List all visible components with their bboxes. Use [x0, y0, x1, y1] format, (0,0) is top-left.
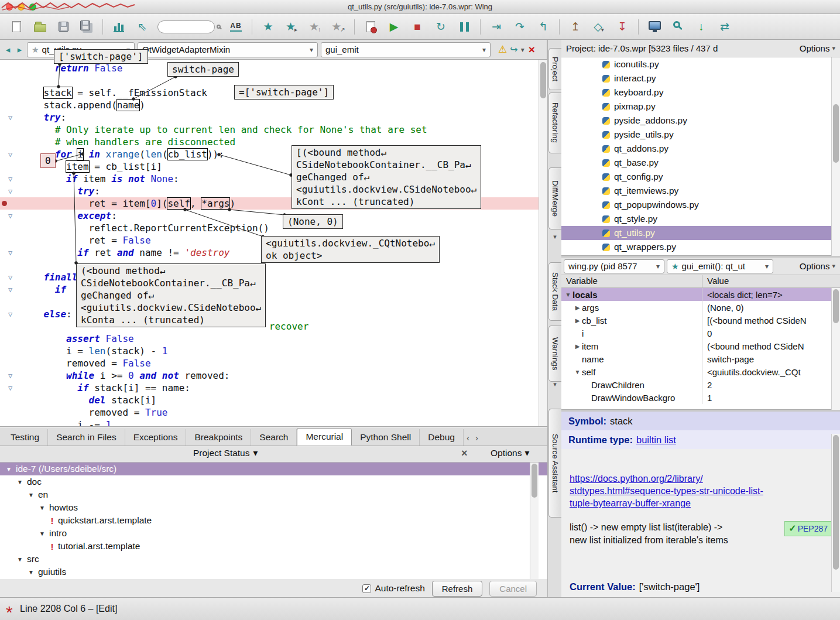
tree-expanded-icon[interactable]: ▼	[16, 556, 24, 563]
frame-down-button[interactable]: ↧	[612, 16, 633, 37]
code-line[interactable]: ▽ if item is not None:	[0, 173, 539, 185]
refresh-button[interactable]: Refresh	[432, 581, 483, 597]
tab-source-assistant[interactable]: Source Assistant	[548, 409, 561, 518]
stack-scrollbar[interactable]	[831, 288, 840, 410]
nav-back-button[interactable]: ◂	[4, 44, 12, 55]
warning-icon[interactable]: ⚠	[498, 43, 507, 56]
fold-icon[interactable]: ▽	[8, 173, 12, 186]
tab-warnings[interactable]: Warnings	[548, 326, 561, 382]
tree-folder-row[interactable]: ▼intro	[0, 527, 547, 540]
bookmark-button[interactable]: ★	[258, 16, 279, 37]
zoom-window-button[interactable]	[29, 4, 36, 11]
project-status-menu[interactable]: Project Status ▾	[193, 448, 258, 458]
project-file-row[interactable]: qt_addons.py	[561, 142, 831, 156]
spellcheck-button[interactable]: AB	[225, 16, 246, 37]
code-area[interactable]: return False stack = self.__fEmissionSta…	[0, 60, 539, 426]
tab-refactoring[interactable]: Refactoring	[548, 93, 561, 153]
code-line[interactable]: ▽ try:	[0, 111, 539, 124]
code-line[interactable]	[0, 259, 539, 271]
tree-file-row[interactable]: !quickstart.arst.template	[0, 514, 547, 527]
presentation-button[interactable]	[644, 16, 665, 37]
editor-scrollbar[interactable]	[539, 60, 547, 426]
goto-symbol-icon[interactable]: ↪	[510, 44, 517, 55]
symbol-menu[interactable]: gui_emit ▾	[321, 42, 491, 57]
tree-folder-row[interactable]: ▼ide-7 (/Users/sdeibel/src)	[0, 463, 547, 475]
project-file-row[interactable]: pyside_addons.py	[561, 114, 831, 128]
tab-search-in-files[interactable]: Search in Files	[48, 429, 125, 446]
code-line[interactable]: del stack[i]	[0, 394, 539, 406]
code-line[interactable]: ▽ for i in xrange(len(cb_list)):	[0, 148, 539, 160]
profile-button[interactable]	[108, 16, 129, 37]
search-button[interactable]	[667, 16, 688, 37]
stack-variable-row[interactable]: DrawWindowBackgro1	[561, 391, 840, 404]
tree-file-row[interactable]: !tutorial.arst.template	[0, 540, 547, 553]
code-line[interactable]: ▽ try:	[0, 185, 539, 197]
tree-folder-row[interactable]: ▼doc	[0, 475, 547, 488]
frame-up-button[interactable]: ↥	[565, 16, 586, 37]
tab-project[interactable]: Project	[548, 48, 561, 90]
code-line[interactable]: ▽ finally:	[0, 271, 539, 283]
stack-variable-row[interactable]: nameswitch-page	[561, 352, 840, 365]
chevron-down-icon[interactable]: ▾	[521, 46, 524, 54]
nav-forward-button[interactable]: ▸	[15, 44, 24, 55]
tree-folder-row[interactable]: ▼src	[0, 553, 547, 566]
project-file-row[interactable]: iconutils.py	[561, 57, 831, 71]
code-line[interactable]: ▽ else:	[0, 308, 539, 320]
code-line[interactable]: ▽ while i >= 0 and not removed:	[0, 369, 539, 382]
code-line[interactable]: i = len(stack) - 1	[0, 345, 539, 357]
fold-icon[interactable]: ▽	[8, 309, 12, 321]
step-out-button[interactable]: ↰	[533, 16, 554, 37]
tab-debug[interactable]: Debug	[420, 429, 464, 446]
fold-icon[interactable]: ▽	[8, 112, 12, 124]
tree-folder-row[interactable]: ▼howtos	[0, 501, 547, 514]
code-line[interactable]: i -= 1	[0, 419, 539, 426]
project-file-row[interactable]: pixmap.py	[561, 100, 831, 114]
stack-variable-row[interactable]: ▶args(None, 0)	[561, 301, 840, 314]
bookmark-goto-button[interactable]: ★▸	[281, 16, 302, 37]
tab-testing[interactable]: Testing	[2, 429, 48, 446]
code-line[interactable]: # Only iterate up to current len and che…	[0, 124, 539, 136]
project-file-row[interactable]: qt_config.py	[561, 170, 831, 184]
project-file-row[interactable]: qt_wrappers.py	[561, 240, 831, 254]
mercurial-scrollbar[interactable]	[530, 463, 539, 579]
code-line[interactable]: ret = False	[0, 234, 539, 246]
documentation-link[interactable]: https://docs.python.org/2/library/ stdty…	[570, 472, 815, 509]
tab-mercurial[interactable]: Mercurial	[297, 428, 352, 446]
project-options-menu[interactable]: Options ▾	[800, 43, 835, 53]
auto-refresh-checkbox[interactable]: ✓ Auto-refresh	[362, 583, 424, 594]
tree-expanded-icon[interactable]: ▼	[27, 492, 35, 498]
debug-file-button[interactable]	[360, 16, 381, 37]
project-file-row[interactable]: pyside_utils.py	[561, 128, 831, 142]
code-line[interactable]: ▽ if	[0, 283, 539, 296]
tree-expanded-icon[interactable]: ▼	[38, 530, 46, 537]
close-editor-icon[interactable]: ×	[529, 43, 535, 56]
fold-icon[interactable]: ▽	[8, 382, 12, 395]
fold-icon[interactable]: ▽	[8, 247, 12, 259]
expand-icon[interactable]: ▶	[573, 304, 582, 311]
file-menu[interactable]: ★ qt_utils.py ▾	[27, 42, 135, 57]
code-line[interactable]: stack = self.__fEmissionStack	[0, 87, 539, 99]
tab-breakpoints[interactable]: Breakpoints	[186, 429, 251, 446]
toolbar-search-input[interactable]	[157, 20, 215, 33]
expand-icon[interactable]: ▼	[564, 292, 572, 298]
fold-icon[interactable]: ▽	[8, 210, 12, 222]
stack-variable-row[interactable]: DrawChildren2	[561, 378, 840, 391]
scrollbar-thumb[interactable]	[532, 464, 537, 498]
code-line[interactable]: ret = item[0](self, *args)	[0, 197, 539, 210]
overflow-down-icon[interactable]: ▾	[551, 233, 559, 241]
code-line[interactable]: stack.append(name)	[0, 99, 539, 111]
stack-variable-row[interactable]: ▼locals<locals dict; len=7>	[561, 288, 840, 301]
code-line[interactable]: assert False	[0, 333, 539, 345]
fold-icon[interactable]: ▽	[8, 370, 12, 382]
project-scrollbar[interactable]	[831, 57, 840, 256]
refresh-button[interactable]: ⇄	[714, 16, 735, 37]
stack-variable-row[interactable]: i0	[561, 327, 840, 340]
bookmark-list-button[interactable]: ★↗	[328, 16, 349, 37]
debug-restart-button[interactable]: ↻	[430, 16, 451, 37]
frame-menu[interactable]: ★ gui_emit(): qt_ut ▾	[667, 259, 773, 273]
class-menu[interactable]: QtWidgetAdapterMixin ▾	[138, 42, 318, 57]
breakpoint-icon[interactable]	[2, 201, 7, 206]
code-line[interactable]: recover	[0, 320, 539, 333]
stack-variable-row[interactable]: ▶cb_list[(<bound method CSideN	[561, 314, 840, 327]
code-line[interactable]: removed = False	[0, 357, 539, 369]
